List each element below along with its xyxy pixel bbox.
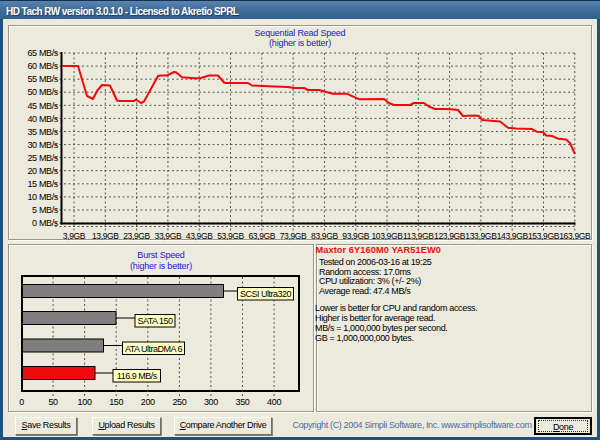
svg-text:93,9GB: 93,9GB bbox=[342, 231, 369, 241]
svg-text:65 MB/s: 65 MB/s bbox=[27, 48, 58, 58]
svg-text:Tested on 2006-03-16 at 19:25: Tested on 2006-03-16 at 19:25 bbox=[319, 257, 432, 267]
svg-text:Higher is better for average r: Higher is better for average read. bbox=[315, 313, 435, 323]
svg-text:153,9GB: 153,9GB bbox=[528, 231, 560, 241]
svg-text:250: 250 bbox=[172, 397, 186, 407]
svg-text:163,9GB: 163,9GB bbox=[559, 231, 591, 241]
svg-text:100: 100 bbox=[78, 397, 92, 407]
svg-text:30 MB/s: 30 MB/s bbox=[27, 140, 58, 150]
svg-text:5 MB/s: 5 MB/s bbox=[32, 205, 59, 215]
svg-text:83,9GB: 83,9GB bbox=[311, 231, 338, 241]
svg-text:10 MB/s: 10 MB/s bbox=[27, 192, 58, 202]
svg-text:MB/s = 1,000,000 bytes per sec: MB/s = 1,000,000 bytes per second. bbox=[315, 323, 447, 333]
svg-text:25 MB/s: 25 MB/s bbox=[27, 153, 58, 163]
svg-text:53,9GB: 53,9GB bbox=[217, 231, 244, 241]
svg-text:123,9GB: 123,9GB bbox=[434, 231, 466, 241]
svg-text:Maxtor 6Y160M0 YAR51EW0: Maxtor 6Y160M0 YAR51EW0 bbox=[316, 245, 441, 255]
svg-text:50: 50 bbox=[48, 397, 58, 407]
svg-text:23,9GB: 23,9GB bbox=[123, 231, 150, 241]
svg-text:Burst Speed: Burst Speed bbox=[137, 250, 185, 260]
svg-text:63,9GB: 63,9GB bbox=[248, 231, 275, 241]
svg-text:55 MB/s: 55 MB/s bbox=[27, 74, 58, 84]
svg-text:3,9GB: 3,9GB bbox=[63, 231, 86, 241]
svg-text:50 MB/s: 50 MB/s bbox=[27, 87, 58, 97]
svg-text:400: 400 bbox=[267, 397, 281, 407]
svg-text:200: 200 bbox=[141, 397, 155, 407]
svg-text:Sequential Read Speed: Sequential Read Speed bbox=[255, 28, 346, 38]
svg-text:103,9GB: 103,9GB bbox=[371, 231, 403, 241]
svg-text:Random access: 17.0ms: Random access: 17.0ms bbox=[319, 267, 412, 277]
svg-text:300: 300 bbox=[204, 397, 218, 407]
svg-text:0: 0 bbox=[19, 397, 24, 407]
svg-text:0 MB/s: 0 MB/s bbox=[32, 218, 59, 228]
svg-text:Copyright (C) 2004 Simpli Soft: Copyright (C) 2004 Simpli Software, Inc.… bbox=[293, 420, 532, 430]
svg-text:SATA 150: SATA 150 bbox=[137, 316, 173, 326]
svg-text:CPU utilization: 3% (+/- 2%): CPU utilization: 3% (+/- 2%) bbox=[319, 276, 421, 286]
svg-text:143,9GB: 143,9GB bbox=[497, 231, 529, 241]
svg-text:113,9GB: 113,9GB bbox=[403, 231, 434, 241]
svg-text:35 MB/s: 35 MB/s bbox=[27, 127, 58, 137]
svg-text:33,9GB: 33,9GB bbox=[155, 231, 182, 241]
svg-text:133,9GB: 133,9GB bbox=[465, 231, 497, 241]
svg-text:(higher is better): (higher is better) bbox=[130, 261, 192, 271]
svg-text:45 MB/s: 45 MB/s bbox=[27, 101, 58, 111]
svg-text:ATA UltraDMA 6: ATA UltraDMA 6 bbox=[125, 344, 183, 354]
svg-text:116.9 MB/s: 116.9 MB/s bbox=[117, 371, 158, 381]
svg-text:350: 350 bbox=[236, 397, 250, 407]
svg-text:73,9GB: 73,9GB bbox=[280, 231, 307, 241]
svg-text:43,9GB: 43,9GB bbox=[186, 231, 213, 241]
svg-text:Average read: 47.4 MB/s: Average read: 47.4 MB/s bbox=[319, 286, 411, 296]
svg-text:150: 150 bbox=[109, 397, 123, 407]
svg-text:(higher is better): (higher is better) bbox=[269, 38, 331, 48]
svg-text:13,9GB: 13,9GB bbox=[92, 231, 119, 241]
svg-text:15 MB/s: 15 MB/s bbox=[27, 179, 58, 189]
svg-text:40 MB/s: 40 MB/s bbox=[27, 114, 58, 124]
svg-text:SCSI Ultra320: SCSI Ultra320 bbox=[240, 289, 292, 299]
svg-text:GB = 1,000,000,000 bytes.: GB = 1,000,000,000 bytes. bbox=[315, 333, 414, 343]
svg-text:Lower is better for CPU and ra: Lower is better for CPU and random acces… bbox=[315, 303, 477, 313]
svg-text:60 MB/s: 60 MB/s bbox=[27, 61, 58, 71]
svg-text:20 MB/s: 20 MB/s bbox=[27, 166, 58, 176]
